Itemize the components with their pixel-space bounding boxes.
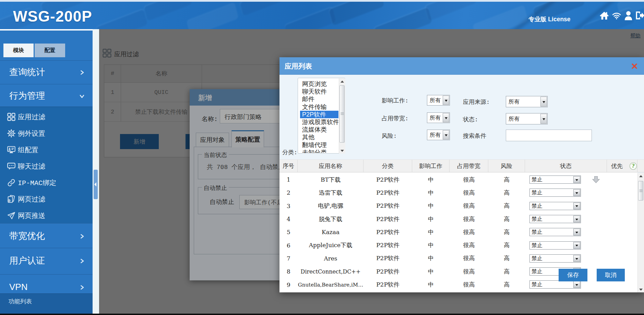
cell-index: 7	[279, 252, 298, 265]
cell-bandwidth: 很高	[450, 252, 488, 265]
cell-index: 4	[279, 213, 298, 226]
source-filter-select[interactable]: 所有	[506, 96, 548, 107]
sidebar-footer[interactable]: 功能列表	[0, 293, 93, 314]
sidebar-item-ip-mac-binding[interactable]: IP-MAC绑定	[0, 174, 93, 191]
close-icon[interactable]	[631, 63, 637, 69]
app-table-row[interactable]: 6AppleJuice下载P2P软件中很高高禁止	[279, 239, 637, 252]
scroll-down-icon[interactable]	[638, 287, 644, 292]
category-option[interactable]: 翻墙代理	[298, 141, 338, 149]
app-table-row[interactable]: 3电驴,电骡P2P软件中很高高禁止	[279, 199, 637, 213]
save-button[interactable]: 保存	[559, 269, 587, 281]
dropdown-arrow-icon[interactable]	[573, 189, 580, 196]
scroll-down-icon[interactable]	[339, 148, 345, 154]
sidebar-item-group-config[interactable]: 组配置	[0, 142, 93, 158]
status-select[interactable]: 禁止	[529, 215, 581, 223]
status-select[interactable]: 禁止	[529, 241, 581, 250]
dropdown-arrow-icon[interactable]	[443, 113, 449, 122]
cell-impact: 中	[412, 173, 450, 186]
category-listbox[interactable]: 网页浏览聊天软件邮件文件传输P2P软件游戏股票软件流媒体类其他翻墙代理未知分类	[298, 78, 345, 154]
dropdown-arrow-icon[interactable]	[443, 130, 449, 140]
cell-category: P2P软件	[363, 199, 412, 213]
dropdown-arrow-icon[interactable]	[540, 97, 547, 107]
sidebar-tab-config[interactable]: 配置	[35, 44, 65, 57]
sidebar-item-bandwidth[interactable]: 带宽优化	[0, 223, 93, 248]
sidebar-item-user-auth[interactable]: 用户认证	[0, 248, 93, 272]
status-value: 禁止	[532, 202, 542, 209]
dropdown-arrow-icon[interactable]	[443, 96, 449, 105]
sidebar-tab-module[interactable]: 模块	[3, 44, 34, 57]
category-option[interactable]: 邮件	[298, 95, 338, 103]
cell-risk: 高	[488, 278, 525, 291]
sidebar-item-chat-filter[interactable]: 聊天过滤	[0, 158, 93, 174]
dropdown-arrow-icon[interactable]	[573, 203, 580, 209]
dropdown-arrow-icon[interactable]	[540, 114, 547, 124]
app-column-header: 状态	[525, 160, 607, 172]
help-question-icon[interactable]: ?	[629, 162, 637, 170]
status-select[interactable]: 禁止	[529, 254, 581, 263]
impact-filter-select[interactable]: 所有	[427, 95, 450, 106]
app-table-row[interactable]: 2迅雷下载P2P软件中很高高禁止	[279, 186, 637, 199]
category-option[interactable]: 网页浏览	[298, 80, 338, 88]
listbox-scrollbar-thumb[interactable]	[339, 85, 345, 143]
logout-icon[interactable]	[636, 11, 644, 20]
status-filter-select[interactable]: 所有	[506, 113, 548, 124]
table-scrollbar[interactable]	[637, 173, 644, 292]
app-table-row[interactable]: 7AresP2P软件中很高高禁止	[279, 252, 637, 265]
dropdown-arrow-icon[interactable]	[573, 281, 580, 288]
category-option[interactable]: 未知分类	[298, 149, 338, 153]
status-select[interactable]: 禁止	[529, 175, 581, 184]
app-table-row[interactable]: 1BT下载P2P软件中很高高禁止	[279, 173, 637, 186]
dropdown-arrow-icon[interactable]	[573, 255, 580, 262]
cell-app-name: Ares	[298, 252, 363, 265]
user-icon[interactable]	[624, 11, 633, 20]
status-select[interactable]: 禁止	[529, 202, 581, 210]
category-option[interactable]: 其他	[298, 133, 338, 141]
listbox-scrollbar[interactable]	[339, 78, 345, 154]
dropdown-arrow-icon[interactable]	[573, 216, 580, 222]
bandwidth-filter-select[interactable]: 所有	[427, 112, 450, 123]
priority-down-arrow-icon[interactable]	[592, 175, 600, 184]
cell-index: 6	[279, 239, 298, 252]
status-select[interactable]: 禁止	[529, 228, 581, 236]
app-table-row[interactable]: 5KazaaP2P软件中很高高禁止	[279, 226, 637, 239]
sidebar-collapse-handle[interactable]	[94, 170, 98, 199]
sidebar-item-web-push[interactable]: 网页推送	[0, 207, 93, 224]
license-label: 专业版 License	[528, 15, 571, 23]
cell-impact: 中	[412, 186, 450, 199]
app-dialog-body: 分类: 网页浏览聊天软件邮件文件传输P2P软件游戏股票软件流媒体类其他翻墙代理未…	[279, 75, 644, 292]
scroll-up-icon[interactable]	[339, 78, 345, 84]
cell-risk: 高	[488, 265, 525, 278]
cell-index: 2	[279, 186, 298, 199]
content-area: 帮助 应用过滤 # 名称 1 QUIC 2 禁止下载和文件传输 新增 新增 名称…	[99, 29, 644, 314]
category-option[interactable]: 游戏股票软件	[298, 118, 338, 126]
cell-category: P2P软件	[363, 226, 412, 239]
sidebar-item-app-filter[interactable]: 应用过滤	[0, 109, 93, 125]
sidebar-item-exception-settings[interactable]: 例外设置	[0, 125, 93, 142]
search-input[interactable]	[506, 130, 592, 141]
gear-icon	[7, 129, 15, 137]
app-table-row[interactable]: 4脱兔下载P2P软件中很高高禁止	[279, 213, 637, 226]
table-scrollbar-thumb[interactable]	[638, 181, 643, 201]
cell-category: P2P软件	[363, 186, 412, 199]
category-option[interactable]: 文件传输	[298, 103, 338, 111]
chevron-down-icon	[80, 90, 84, 101]
risk-filter-select[interactable]: 所有	[427, 130, 450, 140]
scroll-up-icon[interactable]	[638, 173, 644, 179]
category-option[interactable]: 聊天软件	[298, 88, 338, 95]
app-column-header: 应用名称	[298, 160, 363, 172]
cancel-button[interactable]: 取消	[597, 269, 625, 281]
home-icon[interactable]	[600, 11, 609, 20]
category-option[interactable]: 流媒体类	[298, 126, 338, 133]
status-select[interactable]: 禁止	[529, 189, 581, 197]
dropdown-arrow-icon[interactable]	[573, 229, 580, 235]
status-select[interactable]: 禁止	[529, 280, 581, 289]
sidebar-item-behavior-mgmt[interactable]: 行为管理	[0, 84, 93, 107]
dropdown-arrow-icon[interactable]	[573, 242, 580, 249]
wifi-icon[interactable]	[612, 12, 621, 21]
dropdown-arrow-icon[interactable]	[573, 176, 580, 183]
app-column-header: 风险	[488, 160, 525, 172]
sidebar-item-web-filter[interactable]: 网页过滤	[0, 191, 93, 207]
cell-risk: 高	[488, 173, 525, 186]
sidebar-item-query-stats[interactable]: 查询统计	[0, 60, 93, 83]
category-option[interactable]: P2P软件	[300, 111, 338, 118]
